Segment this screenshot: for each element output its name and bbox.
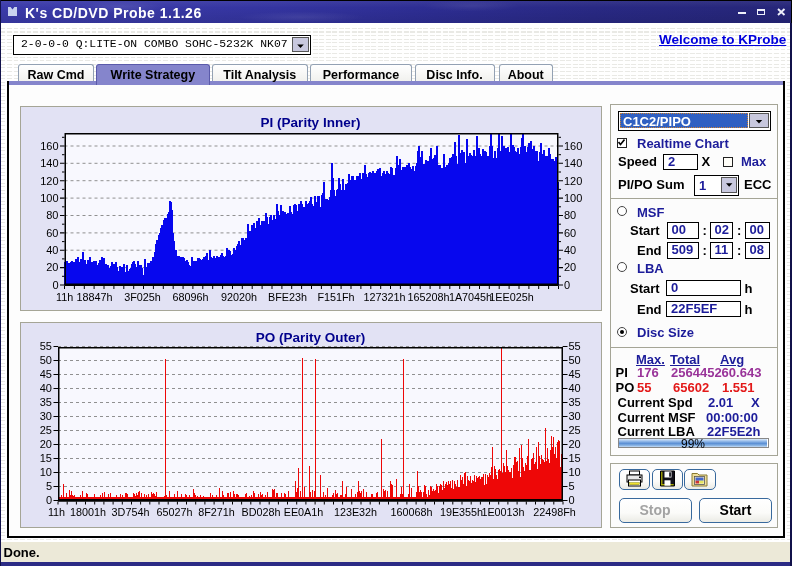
svg-text:127321h: 127321h (363, 291, 405, 303)
svg-text:160: 160 (40, 140, 58, 152)
svg-text:60: 60 (46, 227, 58, 239)
svg-text:30: 30 (39, 410, 51, 422)
svg-text:140: 140 (564, 157, 582, 169)
svg-text:45: 45 (568, 368, 580, 380)
svg-text:18847h: 18847h (76, 291, 112, 303)
svg-text:160068h: 160068h (390, 506, 432, 518)
svg-text:8F271h: 8F271h (198, 506, 235, 518)
svg-text:65027h: 65027h (156, 506, 192, 518)
svg-text:40: 40 (46, 244, 58, 256)
svg-text:15: 15 (568, 452, 580, 464)
svg-text:25: 25 (39, 424, 51, 436)
svg-text:40: 40 (39, 382, 51, 394)
svg-text:11h: 11h (56, 291, 73, 303)
svg-text:160: 160 (564, 140, 582, 152)
svg-text:20: 20 (564, 261, 576, 273)
svg-text:BFE23h: BFE23h (267, 291, 306, 303)
svg-text:3D754h: 3D754h (111, 506, 149, 518)
svg-text:EE0A1h: EE0A1h (283, 506, 323, 518)
svg-text:165208h: 165208h (407, 291, 449, 303)
svg-text:60: 60 (564, 227, 576, 239)
svg-text:1E0013h: 1E0013h (481, 506, 524, 518)
svg-text:25: 25 (568, 424, 580, 436)
svg-text:50: 50 (39, 354, 51, 366)
svg-text:50: 50 (568, 354, 580, 366)
svg-text:92020h: 92020h (220, 291, 256, 303)
svg-text:0: 0 (564, 279, 570, 291)
svg-text:140: 140 (40, 157, 58, 169)
svg-text:F151Fh: F151Fh (317, 291, 354, 303)
svg-text:35: 35 (39, 396, 51, 408)
svg-text:35: 35 (568, 396, 580, 408)
svg-text:100: 100 (40, 192, 58, 204)
svg-text:100: 100 (564, 192, 582, 204)
svg-text:80: 80 (46, 209, 58, 221)
svg-text:55: 55 (39, 340, 51, 352)
svg-text:40: 40 (564, 244, 576, 256)
svg-text:45: 45 (39, 368, 51, 380)
svg-text:BD028h: BD028h (241, 506, 280, 518)
svg-text:10: 10 (568, 466, 580, 478)
svg-text:80: 80 (564, 209, 576, 221)
svg-text:15: 15 (39, 452, 51, 464)
svg-text:1A7045h: 1A7045h (448, 291, 491, 303)
svg-text:0: 0 (45, 494, 51, 506)
svg-text:22498Fh: 22498Fh (533, 506, 576, 518)
svg-text:20: 20 (39, 438, 51, 450)
svg-text:30: 30 (568, 410, 580, 422)
svg-text:40: 40 (568, 382, 580, 394)
svg-text:55: 55 (568, 340, 580, 352)
svg-text:19E355h: 19E355h (439, 506, 482, 518)
svg-text:0: 0 (52, 279, 58, 291)
svg-text:120: 120 (40, 175, 58, 187)
svg-text:1EE025h: 1EE025h (489, 291, 533, 303)
svg-text:11h: 11h (47, 506, 64, 518)
svg-text:5: 5 (568, 480, 574, 492)
svg-text:20: 20 (46, 261, 58, 273)
svg-text:5: 5 (45, 480, 51, 492)
svg-text:18001h: 18001h (69, 506, 105, 518)
svg-text:20: 20 (568, 438, 580, 450)
svg-text:10: 10 (39, 466, 51, 478)
svg-text:120: 120 (564, 175, 582, 187)
svg-text:68096h: 68096h (172, 291, 208, 303)
svg-text:3F025h: 3F025h (124, 291, 161, 303)
svg-text:0: 0 (568, 494, 574, 506)
svg-text:123E32h: 123E32h (333, 506, 376, 518)
